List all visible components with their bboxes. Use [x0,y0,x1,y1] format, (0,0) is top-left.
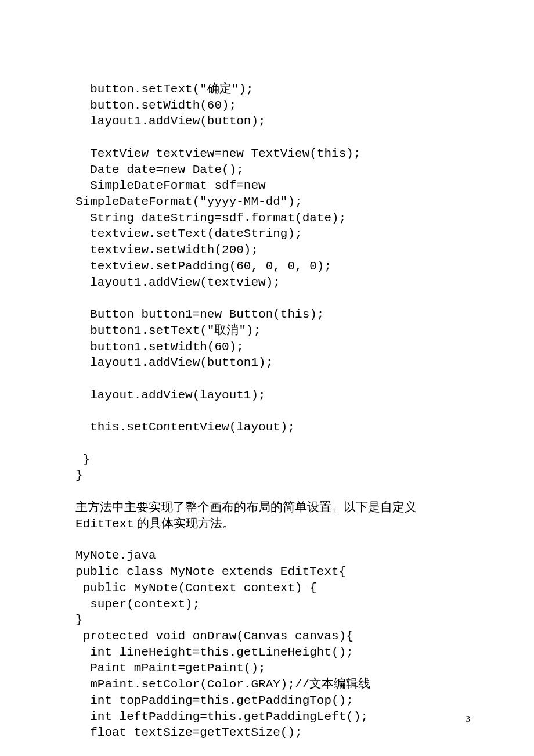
page-number: 3 [466,714,471,724]
document-page: button.setText("确定"); button.setWidth(60… [0,0,534,756]
spacer [75,484,476,499]
prose-line-2-suffix: 的具体实现方法。 [134,516,234,530]
prose-paragraph: 主方法中主要实现了整个画布的布局的简单设置。以下是自定义 EditText 的具… [75,499,476,532]
prose-line-1: 主方法中主要实现了整个画布的布局的简单设置。以下是自定义 [75,500,417,514]
code-block-2: MyNote.java public class MyNote extends … [75,548,476,741]
prose-inline-code: EditText [75,517,134,531]
spacer [75,532,476,548]
code-block-1: button.setText("确定"); button.setWidth(60… [75,81,476,484]
